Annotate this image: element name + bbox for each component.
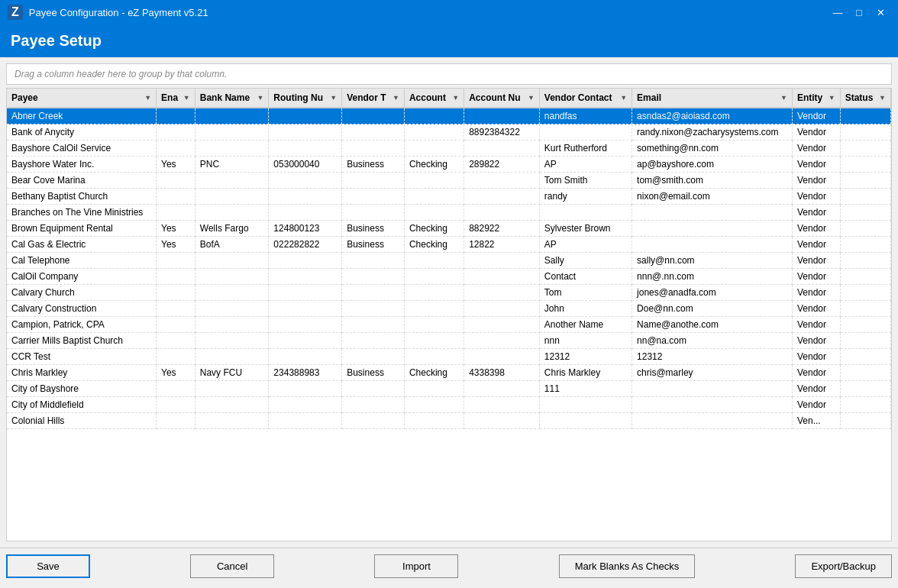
table-row[interactable]: Chris MarkleyYesNavy FCU234388983Busines… bbox=[7, 365, 891, 381]
col-header-vendorcontact[interactable]: Vendor Contact▼ bbox=[539, 89, 632, 108]
cell-vendorT bbox=[342, 108, 405, 124]
cell-ena bbox=[157, 173, 195, 189]
save-button[interactable]: Save bbox=[6, 554, 90, 578]
cell-payee: Bayshore Water Inc. bbox=[7, 157, 157, 173]
col-header-accountnu[interactable]: Account Nu▼ bbox=[464, 89, 540, 108]
cell-vendorContact bbox=[539, 124, 632, 141]
col-header-ena[interactable]: Ena▼ bbox=[157, 89, 195, 108]
minimize-button[interactable]: — bbox=[828, 4, 848, 21]
close-button[interactable]: ✕ bbox=[871, 4, 890, 21]
cell-ena bbox=[157, 317, 195, 333]
table-row[interactable]: Campion, Patrick, CPAAnother NameName@an… bbox=[7, 317, 891, 333]
table-row[interactable]: City of Bayshore111Vendor bbox=[7, 381, 891, 397]
cell-email: sally@nn.com bbox=[632, 253, 793, 269]
cell-vendorContact: randy bbox=[539, 189, 632, 205]
cell-status bbox=[840, 301, 890, 317]
cell-status bbox=[840, 413, 890, 429]
cell-account: Checking bbox=[404, 237, 464, 253]
table-row[interactable]: CCR Test1231212312Vendor bbox=[7, 349, 891, 365]
cell-accountNu bbox=[464, 173, 540, 189]
cell-vendorT bbox=[342, 381, 405, 397]
cell-routingNu: 053000040 bbox=[269, 157, 342, 173]
cell-payee: Bayshore CalOil Service bbox=[7, 141, 157, 157]
col-header-status[interactable]: Status▼ bbox=[840, 89, 890, 108]
cell-bankName bbox=[195, 173, 269, 189]
cell-accountNu bbox=[464, 253, 540, 269]
cell-entity: Vendor bbox=[792, 124, 840, 141]
table-row[interactable]: Bayshore Water Inc.YesPNC053000040Busine… bbox=[7, 157, 891, 173]
cell-entity: Vendor bbox=[792, 237, 840, 253]
cell-email: something@nn.com bbox=[632, 141, 793, 157]
cell-account: Checking bbox=[404, 157, 464, 173]
cell-status bbox=[840, 381, 890, 397]
col-header-email[interactable]: Email▼ bbox=[632, 89, 793, 108]
col-header-routingnu[interactable]: Routing Nu▼ bbox=[269, 89, 342, 108]
cell-account: Checking bbox=[404, 365, 464, 381]
cell-payee: Branches on The Vine Ministries bbox=[7, 205, 157, 221]
cell-routingNu bbox=[269, 397, 342, 413]
cell-vendorT bbox=[342, 301, 405, 317]
cell-status bbox=[840, 221, 890, 237]
cell-ena bbox=[157, 301, 195, 317]
table-container[interactable]: Payee▼ Ena▼ Bank Name▼ Routing Nu▼ Vendo… bbox=[6, 88, 892, 541]
cell-entity: Vendor bbox=[792, 333, 840, 349]
cell-account bbox=[404, 301, 464, 317]
cell-routingNu bbox=[269, 285, 342, 301]
import-button[interactable]: Import bbox=[374, 554, 458, 578]
table-row[interactable]: Colonial HillsVen... bbox=[7, 413, 891, 429]
cell-routingNu bbox=[269, 189, 342, 205]
cell-routingNu bbox=[269, 141, 342, 157]
maximize-button[interactable]: □ bbox=[849, 4, 869, 21]
table-row[interactable]: Carrier Mills Baptist Churchnnnnn@na.com… bbox=[7, 333, 891, 349]
cell-account bbox=[404, 124, 464, 141]
table-row[interactable]: Bayshore CalOil ServiceKurt Rutherfordso… bbox=[7, 141, 891, 157]
cell-entity: Vendor bbox=[792, 397, 840, 413]
col-header-vendort[interactable]: Vendor T▼ bbox=[342, 89, 405, 108]
cell-vendorT: Business bbox=[342, 157, 405, 173]
table-row[interactable]: City of MiddlefieldVendor bbox=[7, 397, 891, 413]
cell-payee: CalOil Company bbox=[7, 269, 157, 285]
cell-vendorT bbox=[342, 173, 405, 189]
cell-payee: Cal Telephone bbox=[7, 253, 157, 269]
table-row[interactable]: Abner Creeknandfasasndas2@aioiasd.comVen… bbox=[7, 108, 891, 124]
table-row[interactable]: Bethany Baptist Churchrandynixon@email.c… bbox=[7, 189, 891, 205]
cell-ena bbox=[157, 253, 195, 269]
cell-payee: Chris Markley bbox=[7, 365, 157, 381]
col-header-account[interactable]: Account▼ bbox=[404, 89, 464, 108]
col-header-bankname[interactable]: Bank Name▼ bbox=[195, 89, 269, 108]
cell-email bbox=[632, 221, 793, 237]
cell-accountNu: 882922 bbox=[464, 221, 540, 237]
cell-status bbox=[840, 237, 890, 253]
mark-blanks-button[interactable]: Mark Blanks As Checks bbox=[559, 554, 696, 578]
cell-bankName bbox=[195, 381, 269, 397]
cell-vendorT: Business bbox=[342, 365, 405, 381]
col-header-payee[interactable]: Payee▼ bbox=[7, 89, 157, 108]
cell-email: nixon@email.com bbox=[632, 189, 793, 205]
table-row[interactable]: Calvary ChurchTomjones@anadfa.comVendor bbox=[7, 285, 891, 301]
cell-payee: Bear Cove Marina bbox=[7, 173, 157, 189]
cell-email: Doe@nn.com bbox=[632, 301, 793, 317]
cell-vendorContact: AP bbox=[539, 237, 632, 253]
cell-vendorT bbox=[342, 349, 405, 365]
cell-accountNu: 289822 bbox=[464, 157, 540, 173]
cell-ena bbox=[157, 108, 195, 124]
cell-routingNu bbox=[269, 333, 342, 349]
cell-accountNu bbox=[464, 269, 540, 285]
table-row[interactable]: Brown Equipment RentalYesWells Fargo1248… bbox=[7, 221, 891, 237]
cell-routingNu bbox=[269, 317, 342, 333]
table-row[interactable]: Cal Gas & ElectricYesBofA022282822Busine… bbox=[7, 237, 891, 253]
table-row[interactable]: Calvary ConstructionJohnDoe@nn.comVendor bbox=[7, 301, 891, 317]
cell-vendorContact: Sylvester Brown bbox=[539, 221, 632, 237]
col-header-entity[interactable]: Entity▼ bbox=[792, 89, 840, 108]
table-row[interactable]: Bear Cove MarinaTom Smithtom@smith.comVe… bbox=[7, 173, 891, 189]
table-row[interactable]: CalOil CompanyContactnnn@.nn.comVendor bbox=[7, 269, 891, 285]
table-row[interactable]: Branches on The Vine MinistriesVendor bbox=[7, 205, 891, 221]
cell-bankName bbox=[195, 317, 269, 333]
table-row[interactable]: Bank of Anycity8892384322randy.nixon@zac… bbox=[7, 124, 891, 141]
cell-email bbox=[632, 397, 793, 413]
cell-routingNu: 234388983 bbox=[269, 365, 342, 381]
cell-payee: Abner Creek bbox=[7, 108, 157, 124]
table-row[interactable]: Cal TelephoneSallysally@nn.comVendor bbox=[7, 253, 891, 269]
export-backup-button[interactable]: Export/Backup bbox=[795, 554, 892, 578]
cancel-button[interactable]: Cancel bbox=[190, 554, 274, 578]
